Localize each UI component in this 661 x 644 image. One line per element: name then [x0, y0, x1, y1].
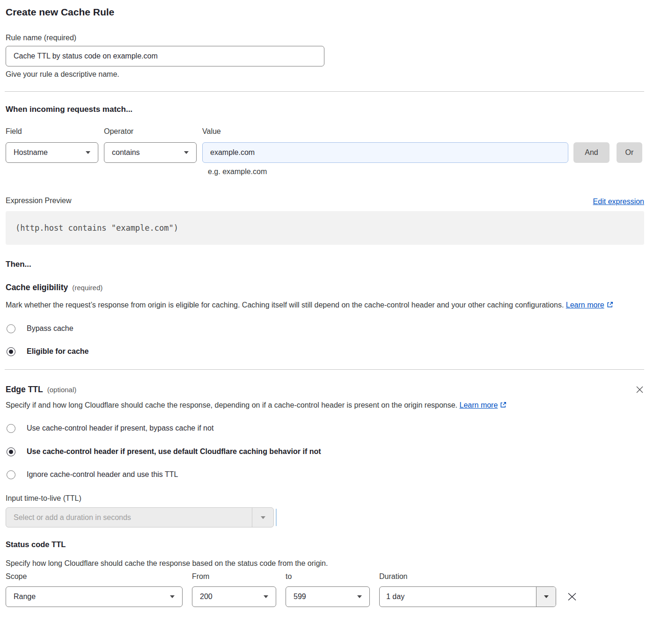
- to-label: to: [286, 571, 379, 582]
- field-select-value: Hostname: [14, 148, 48, 157]
- then-heading: Then...: [6, 259, 644, 270]
- to-select-value: 599: [294, 593, 306, 601]
- required-badge: (required): [72, 284, 103, 292]
- duration-label: Duration: [379, 571, 407, 582]
- chevron-down-icon: [357, 595, 362, 598]
- status-ttl-controls-row: Range 200 599 1 day: [6, 586, 644, 607]
- chevron-down-icon: [544, 595, 549, 598]
- field-label: Field: [6, 126, 104, 137]
- to-select[interactable]: 599: [286, 586, 370, 607]
- duration-combobox[interactable]: 1 day: [379, 586, 556, 607]
- match-labels-row: Field Operator Value: [6, 126, 644, 137]
- operator-label: Operator: [104, 126, 202, 137]
- edge-ttl-option-ignore[interactable]: Ignore cache-control header and use this…: [6, 469, 644, 480]
- learn-more-link[interactable]: Learn more: [460, 401, 498, 409]
- operator-select[interactable]: contains: [104, 142, 197, 163]
- cache-eligibility-description: Mark whether the request’s response from…: [6, 299, 633, 313]
- and-button[interactable]: And: [573, 142, 610, 163]
- match-heading: When incoming requests match...: [6, 104, 644, 115]
- from-label: From: [192, 571, 286, 582]
- scope-label: Scope: [6, 571, 192, 582]
- edge-ttl-heading: Edge TTL: [6, 384, 43, 395]
- edge-ttl-option-default-label: Use cache-control header if present, use…: [27, 446, 321, 457]
- chevron-down-icon: [170, 595, 175, 598]
- create-cache-rule-form: Create new Cache Rule Rule name (require…: [0, 0, 661, 607]
- rule-name-helper: Give your rule a descriptive name.: [6, 69, 644, 80]
- or-button[interactable]: Or: [617, 142, 642, 163]
- edge-ttl-description-text: Specify if and how long Cloudflare shoul…: [6, 401, 457, 409]
- external-link-icon: [606, 300, 614, 313]
- rule-name-input[interactable]: [6, 46, 324, 66]
- cursor-line: [276, 509, 277, 526]
- operator-select-value: contains: [112, 148, 140, 157]
- expression-code: (http.host contains "example.com"): [15, 223, 178, 233]
- radio-unselected-icon[interactable]: [7, 424, 15, 433]
- scope-select[interactable]: Range: [6, 586, 183, 607]
- edge-ttl-option-ignore-label: Ignore cache-control header and use this…: [27, 469, 178, 480]
- from-select[interactable]: 200: [192, 586, 276, 607]
- value-input[interactable]: [202, 142, 568, 163]
- eligible-for-cache-option[interactable]: Eligible for cache: [6, 346, 644, 357]
- close-icon[interactable]: [635, 385, 644, 394]
- chevron-down-icon: [184, 151, 189, 154]
- page-title: Create new Cache Rule: [6, 6, 644, 19]
- duration-dropdown-button[interactable]: [536, 587, 556, 607]
- eligible-for-cache-label: Eligible for cache: [27, 346, 88, 357]
- match-controls-row: Hostname contains And Or: [6, 142, 644, 163]
- rule-name-label: Rule name (required): [6, 33, 644, 43]
- cache-eligibility-description-text: Mark whether the request’s response from…: [6, 301, 564, 309]
- value-label: Value: [202, 126, 644, 137]
- ttl-input-label: Input time-to-live (TTL): [6, 493, 644, 504]
- bypass-cache-option[interactable]: Bypass cache: [6, 323, 644, 334]
- edge-ttl-description: Specify if and how long Cloudflare shoul…: [6, 399, 633, 413]
- bypass-cache-label: Bypass cache: [27, 323, 73, 334]
- value-helper: e.g. example.com: [208, 167, 644, 177]
- edge-ttl-heading-row: Edge TTL (optional): [6, 384, 644, 395]
- scope-select-value: Range: [14, 593, 36, 601]
- edge-ttl-option-bypass-label: Use cache-control header if present, byp…: [27, 423, 213, 434]
- ttl-duration-placeholder: Select or add a duration in seconds: [6, 513, 252, 522]
- section-divider: [5, 91, 644, 92]
- expression-preview-label: Expression Preview: [6, 196, 72, 206]
- radio-selected-icon[interactable]: [7, 347, 15, 356]
- chevron-down-icon: [86, 151, 90, 154]
- radio-unselected-icon[interactable]: [7, 324, 15, 333]
- edge-ttl-option-bypass[interactable]: Use cache-control header if present, byp…: [6, 423, 644, 434]
- ttl-dropdown-button[interactable]: [252, 508, 273, 527]
- status-code-ttl-heading: Status code TTL: [6, 539, 644, 550]
- chevron-down-icon: [261, 516, 265, 519]
- expression-preview-box: (http.host contains "example.com"): [6, 211, 644, 245]
- from-select-value: 200: [200, 593, 213, 601]
- delete-row-icon[interactable]: [566, 591, 578, 602]
- ttl-duration-select[interactable]: Select or add a duration in seconds: [6, 507, 274, 527]
- section-divider: [5, 369, 644, 370]
- radio-selected-icon[interactable]: [7, 447, 15, 456]
- status-ttl-labels-row: Scope From to Duration: [6, 571, 644, 582]
- external-link-icon: [499, 400, 507, 413]
- cache-eligibility-heading: Cache eligibility: [6, 282, 68, 293]
- expression-header: Expression Preview Edit expression: [6, 196, 644, 206]
- radio-unselected-icon[interactable]: [7, 470, 15, 479]
- learn-more-link[interactable]: Learn more: [566, 301, 604, 309]
- edit-expression-link[interactable]: Edit expression: [593, 198, 644, 206]
- edge-ttl-option-default[interactable]: Use cache-control header if present, use…: [6, 446, 644, 457]
- chevron-down-icon: [264, 595, 268, 598]
- duration-value: 1 day: [380, 587, 536, 607]
- cache-eligibility-heading-row: Cache eligibility (required): [6, 282, 644, 293]
- field-select[interactable]: Hostname: [6, 142, 98, 163]
- optional-badge: (optional): [47, 386, 77, 394]
- status-code-ttl-description: Specify how long Cloudflare should cache…: [6, 558, 633, 569]
